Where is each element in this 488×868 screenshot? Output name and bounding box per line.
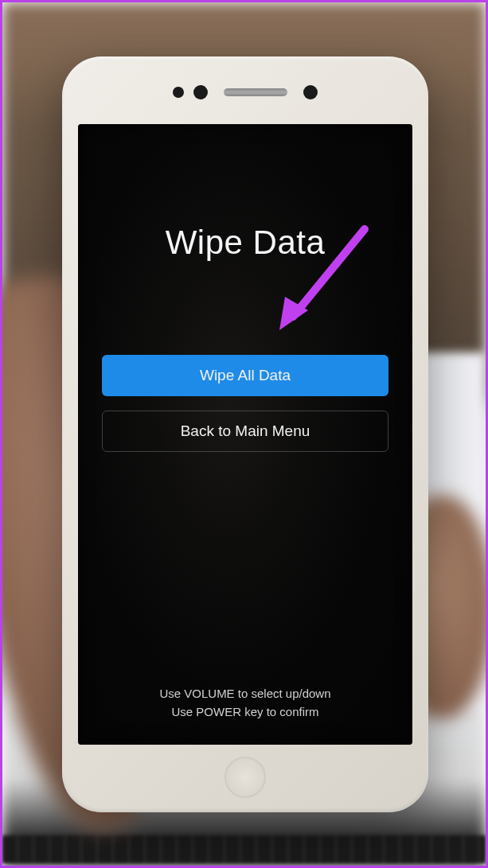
hint-line-2: Use POWER key to confirm	[78, 703, 412, 722]
back-to-main-menu-button[interactable]: Back to Main Menu	[102, 411, 388, 452]
keyboard-blur	[2, 835, 486, 863]
menu-item-label: Wipe All Data	[200, 367, 291, 384]
camera-dot-icon	[193, 85, 208, 99]
page-title: Wipe Data	[78, 224, 412, 262]
speaker-grille-icon	[224, 88, 287, 96]
wipe-all-data-button[interactable]: Wipe All Data	[102, 355, 388, 396]
hint-line-1: Use VOLUME to select up/down	[78, 685, 412, 703]
recovery-menu: Wipe All Data Back to Main Menu	[102, 355, 388, 452]
sensor-dot-icon	[173, 87, 184, 98]
phone-screen: Wipe Data Wipe All Data Back to Main Men…	[78, 124, 412, 745]
home-button[interactable]	[224, 757, 266, 798]
navigation-hint: Use VOLUME to select up/down Use POWER k…	[78, 685, 412, 721]
phone-sensors	[126, 72, 365, 112]
phone-device: Wipe Data Wipe All Data Back to Main Men…	[62, 56, 428, 812]
sensor-dot-icon	[303, 85, 318, 99]
menu-item-label: Back to Main Menu	[181, 422, 310, 440]
